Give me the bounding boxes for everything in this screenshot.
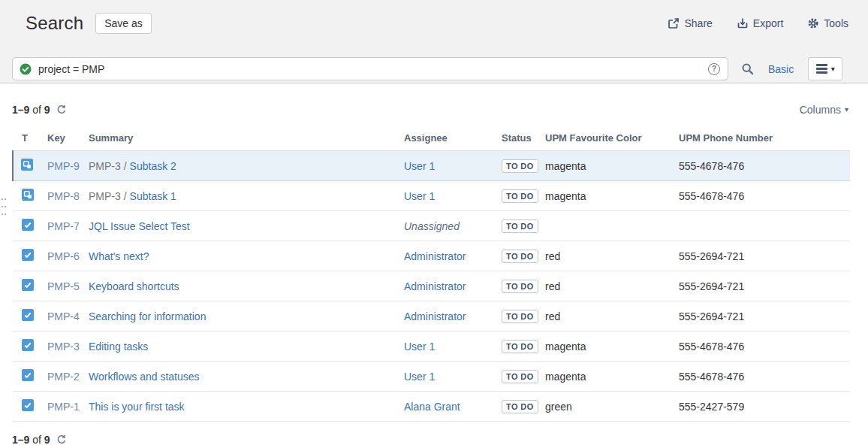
column-header-status[interactable]: Status (502, 129, 545, 151)
parent-issue-link[interactable]: PMP-3 / (89, 160, 127, 172)
status-cell: TO DO (502, 331, 545, 362)
refresh-icon[interactable] (56, 104, 67, 115)
export-button[interactable]: Export (737, 17, 783, 29)
header-actions: Share Export Tools (668, 17, 848, 29)
status-cell: TO DO (502, 241, 545, 271)
summary-cell: PMP-3 /Subtask 2 (89, 151, 404, 181)
task-icon[interactable] (22, 279, 34, 291)
issue-key-link[interactable]: PMP-7 (47, 220, 80, 232)
issue-summary-link[interactable]: JQL Issue Select Test (89, 220, 190, 232)
task-icon[interactable] (22, 369, 34, 381)
task-icon[interactable] (22, 309, 34, 321)
status-cell: TO DO (502, 392, 545, 422)
issue-key-link[interactable]: PMP-3 (47, 341, 80, 353)
key-cell: PMP-7 (47, 211, 89, 241)
assignee-cell: Administrator (404, 241, 502, 271)
issue-key-link[interactable]: PMP-1 (47, 401, 80, 413)
issue-summary-link[interactable]: Workflows and statuses (89, 371, 200, 383)
column-header-key[interactable]: Key (47, 129, 89, 151)
parent-issue-link[interactable]: PMP-3 / (89, 190, 127, 202)
issue-summary-link[interactable]: Subtask 1 (130, 190, 176, 202)
column-header-summary[interactable]: Summary (89, 129, 404, 151)
column-header-assignee[interactable]: Assignee (404, 129, 502, 151)
assignee-link[interactable]: User 1 (404, 371, 435, 383)
task-icon[interactable] (22, 219, 34, 231)
issue-key-link[interactable]: PMP-9 (47, 160, 80, 172)
issue-summary-link[interactable]: This is your first task (89, 401, 185, 413)
key-cell: PMP-5 (47, 271, 89, 301)
issue-table-body: PMP-9PMP-3 /Subtask 2User 1TO DOmagenta5… (13, 151, 850, 422)
jql-query-input[interactable]: project = PMP ? (12, 57, 728, 80)
assignee-cell: Administrator (404, 301, 502, 331)
save-as-button[interactable]: Save as (95, 13, 152, 34)
issue-row[interactable]: PMP-3Editing tasksUser 1TO DOmagenta555-… (13, 331, 850, 362)
issue-row[interactable]: PMP-6What's next?AdministratorTO DOred55… (13, 241, 850, 271)
panel-resize-handle[interactable] (2, 197, 8, 221)
status-cell: TO DO (502, 211, 545, 241)
column-header-favourite-color[interactable]: UPM Favourite Color (545, 129, 679, 151)
type-cell (13, 331, 47, 362)
issue-summary-link[interactable]: Editing tasks (89, 341, 148, 353)
assignee-link[interactable]: User 1 (404, 341, 435, 353)
refresh-icon[interactable] (56, 434, 67, 445)
key-cell: PMP-4 (47, 301, 89, 331)
assignee-link[interactable]: User 1 (404, 160, 435, 172)
basic-mode-link[interactable]: Basic (768, 63, 794, 75)
issue-summary-link[interactable]: Searching for information (89, 310, 206, 322)
issue-key-link[interactable]: PMP-4 (47, 310, 80, 322)
summary-cell: PMP-3 /Subtask 1 (89, 181, 404, 211)
status-cell: TO DO (502, 362, 545, 392)
search-bar: project = PMP ? Basic ▾ (12, 57, 856, 80)
assignee-link[interactable]: Administrator (404, 310, 466, 322)
search-icon[interactable] (741, 62, 754, 75)
issue-key-link[interactable]: PMP-5 (47, 280, 80, 292)
columns-dropdown[interactable]: Columns ▾ (800, 104, 848, 116)
status-lozenge: TO DO (502, 159, 538, 173)
assignee-link[interactable]: Alana Grant (404, 401, 460, 413)
column-header-type[interactable]: T (13, 129, 47, 151)
task-icon[interactable] (22, 339, 34, 351)
summary-cell: Keyboard shortcuts (89, 271, 404, 301)
task-icon[interactable] (22, 249, 34, 261)
column-header-phone[interactable]: UPM Phone Number (679, 129, 850, 151)
issue-key-link[interactable]: PMP-2 (47, 371, 80, 383)
tools-button[interactable]: Tools (807, 17, 848, 29)
status-lozenge: TO DO (502, 370, 538, 383)
page-title: Search (26, 13, 83, 34)
issue-row[interactable]: PMP-1This is your first taskAlana GrantT… (13, 392, 850, 422)
issue-row[interactable]: PMP-2Workflows and statusesUser 1TO DOma… (13, 362, 850, 392)
subtask-icon[interactable] (21, 159, 33, 171)
task-icon[interactable] (22, 399, 34, 411)
table-header-row: T Key Summary Assignee Status UPM Favour… (13, 129, 850, 151)
search-options-dropdown[interactable]: ▾ (808, 57, 842, 80)
help-icon[interactable]: ? (708, 63, 720, 75)
subtask-icon[interactable] (22, 189, 34, 201)
pagination-bottom: 1–9 of 9 (12, 434, 868, 446)
issue-navigator-page: Search Save as Share Export (0, 0, 868, 448)
issue-row[interactable]: PMP-7JQL Issue Select TestUnassignedTO D… (13, 211, 850, 241)
tools-label: Tools (824, 17, 848, 29)
export-label: Export (753, 17, 783, 29)
share-button[interactable]: Share (668, 17, 712, 29)
assignee-link[interactable]: Administrator (404, 280, 466, 292)
query-text: project = PMP (38, 63, 104, 75)
key-cell: PMP-6 (47, 241, 89, 271)
assignee-cell: User 1 (404, 362, 502, 392)
issue-row[interactable]: PMP-9PMP-3 /Subtask 2User 1TO DOmagenta5… (13, 151, 850, 181)
gear-icon (807, 17, 819, 29)
phone-cell: 555-4678-476 (679, 362, 850, 392)
issue-summary-link[interactable]: What's next? (89, 250, 149, 262)
issue-row[interactable]: PMP-4Searching for informationAdministra… (13, 301, 850, 331)
issue-summary-link[interactable]: Keyboard shortcuts (89, 280, 179, 292)
type-cell (13, 392, 47, 422)
issue-row[interactable]: PMP-5Keyboard shortcutsAdministratorTO D… (13, 271, 850, 301)
issue-row[interactable]: PMP-8PMP-3 /Subtask 1User 1TO DOmagenta5… (13, 181, 850, 211)
type-cell (13, 151, 47, 181)
issue-summary-link[interactable]: Subtask 2 (130, 160, 176, 172)
phone-cell (679, 211, 850, 241)
results-section: 1–9 of 9 Columns ▾ T Key Summary As (0, 84, 868, 446)
issue-key-link[interactable]: PMP-8 (47, 190, 80, 202)
assignee-link[interactable]: User 1 (404, 190, 435, 202)
assignee-link[interactable]: Administrator (404, 250, 466, 262)
issue-key-link[interactable]: PMP-6 (47, 250, 80, 262)
